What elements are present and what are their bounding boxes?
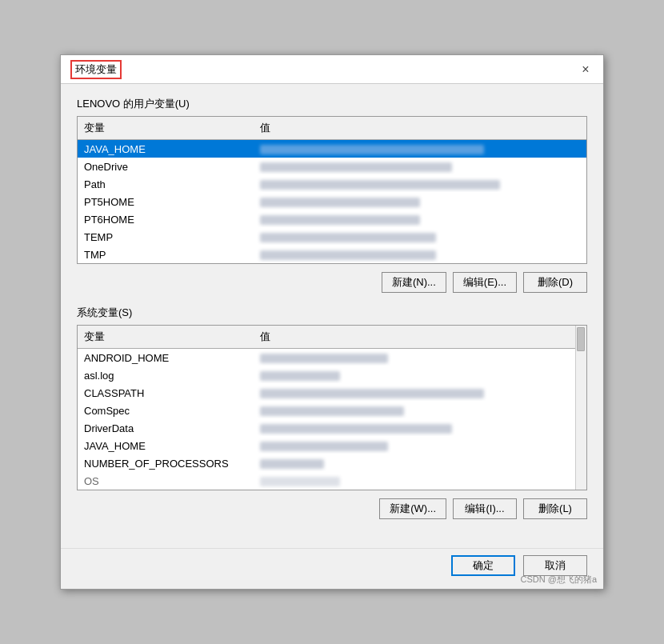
user-variables-section: LENOVO 的用户变量(U) 变量 值 JAVA_HOME OneDrive	[77, 97, 587, 293]
user-row-var: TMP	[78, 247, 254, 262]
table-row[interactable]: CLASSPATH	[78, 384, 586, 402]
user-new-button[interactable]: 新建(N)...	[382, 272, 446, 293]
system-row-val	[254, 350, 575, 366]
system-row-val	[254, 474, 575, 489]
system-row-val	[254, 438, 575, 454]
watermark: CSDN @想飞的猪a	[520, 574, 597, 586]
close-button[interactable]: ×	[578, 62, 594, 78]
system-row-val	[254, 386, 575, 401]
table-row[interactable]: PT5HOME	[78, 193, 586, 210]
table-row[interactable]: OneDrive	[78, 158, 586, 175]
user-button-row: 新建(N)... 编辑(E)... 删除(D)	[77, 272, 587, 293]
user-row-val	[254, 142, 586, 157]
table-row[interactable]: asl.log	[78, 366, 586, 384]
user-variables-table: 变量 值 JAVA_HOME OneDrive	[77, 116, 587, 264]
dialog-body: LENOVO 的用户变量(U) 变量 值 JAVA_HOME OneDrive	[61, 84, 603, 545]
system-row-var: OS	[78, 474, 254, 489]
user-delete-button[interactable]: 删除(D)	[523, 272, 587, 293]
user-row-val	[254, 247, 586, 262]
title-bar: 环境变量 ×	[61, 55, 603, 84]
system-button-row: 新建(W)... 编辑(I)... 删除(L)	[77, 498, 587, 519]
user-row-var: PT6HOME	[78, 212, 254, 227]
table-row[interactable]: JAVA_HOME	[78, 140, 586, 158]
user-row-var: TEMP	[78, 230, 254, 245]
system-row-var: ANDROID_HOME	[78, 350, 254, 366]
system-section-label: 系统变量(S)	[77, 306, 587, 320]
table-row[interactable]: NUMBER_OF_PROCESSORS	[78, 454, 586, 472]
table-row[interactable]: ComSpec	[78, 402, 586, 419]
system-row-var: JAVA_HOME	[78, 438, 254, 454]
system-row-var: CLASSPATH	[78, 386, 254, 401]
system-row-val	[254, 403, 575, 418]
ok-button[interactable]: 确定	[451, 555, 515, 576]
user-edit-button[interactable]: 编辑(E)...	[453, 272, 517, 293]
dialog-title: 环境变量	[70, 60, 122, 79]
table-row[interactable]: TEMP	[78, 228, 586, 246]
system-col-val-header: 值	[254, 328, 586, 346]
table-row[interactable]: Path	[78, 175, 586, 193]
table-row[interactable]: ANDROID_HOME	[78, 349, 586, 366]
system-row-var: ComSpec	[78, 403, 254, 418]
system-row-var: DriverData	[78, 421, 254, 436]
system-row-val	[254, 421, 575, 436]
system-variables-section: 系统变量(S) 变量 值 ANDROID_HOME asl.log	[77, 306, 587, 519]
user-row-val	[254, 159, 586, 174]
user-row-val	[254, 230, 586, 245]
table-row[interactable]: PT6HOME	[78, 210, 586, 228]
system-row-var: asl.log	[78, 368, 254, 383]
user-row-val	[254, 194, 586, 210]
system-row-val	[254, 456, 575, 471]
user-row-var: PT5HOME	[78, 194, 254, 210]
user-table-header: 变量 值	[78, 117, 586, 140]
environment-variables-dialog: 环境变量 × LENOVO 的用户变量(U) 变量 值 JAVA_HOME	[60, 54, 604, 590]
user-row-var: Path	[78, 177, 254, 192]
table-row[interactable]: DriverData	[78, 419, 586, 437]
user-row-var: OneDrive	[78, 159, 254, 174]
user-col-val-header: 值	[254, 119, 586, 137]
system-delete-button[interactable]: 删除(L)	[523, 498, 587, 519]
user-col-var-header: 变量	[78, 119, 254, 137]
user-section-label: LENOVO 的用户变量(U)	[77, 97, 587, 111]
user-row-var: JAVA_HOME	[78, 142, 254, 157]
scrollbar-thumb[interactable]	[577, 327, 585, 351]
table-row[interactable]: TMP	[78, 246, 586, 263]
system-col-var-header: 变量	[78, 328, 254, 346]
table-row[interactable]: OS	[78, 472, 586, 490]
user-row-val	[254, 212, 586, 227]
user-row-val	[254, 177, 586, 192]
system-variables-table: 变量 值 ANDROID_HOME asl.log	[77, 325, 587, 490]
scrollbar-track[interactable]	[575, 326, 586, 490]
system-table-header: 变量 值	[78, 326, 586, 349]
table-row[interactable]: JAVA_HOME	[78, 437, 586, 454]
system-new-button[interactable]: 新建(W)...	[379, 498, 446, 519]
system-edit-button[interactable]: 编辑(I)...	[453, 498, 517, 519]
system-row-var: NUMBER_OF_PROCESSORS	[78, 456, 254, 471]
system-row-val	[254, 368, 575, 383]
